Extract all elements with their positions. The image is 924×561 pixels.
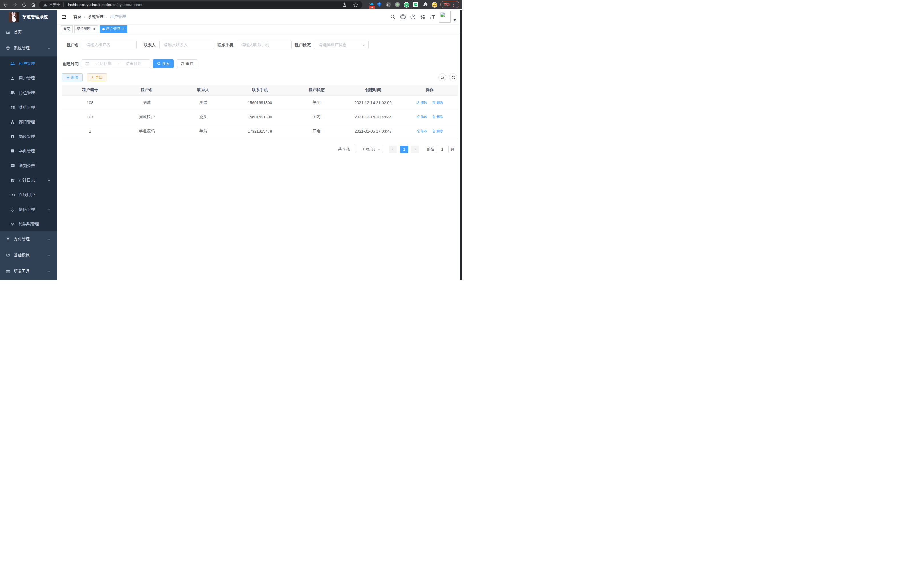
extension-yuque-icon[interactable] — [404, 2, 410, 8]
avatar-caret-down-icon[interactable] — [453, 19, 457, 21]
plus-icon — [66, 76, 70, 79]
col-contact: 联系人 — [175, 85, 231, 96]
page-size-value: 10条/页 — [363, 147, 375, 152]
share-icon[interactable] — [342, 2, 347, 7]
toolbox-icon — [6, 269, 10, 274]
extension-emoji-icon[interactable] — [432, 2, 437, 8]
menu-tree-icon — [10, 105, 15, 110]
tenant-table: 租户编号 租户名 联系人 联系手机 租户状态 创建时间 操作 108 测试 测试 — [62, 85, 458, 139]
date-end-placeholder[interactable]: 结束日期 — [120, 61, 147, 66]
cell-tenant-id: 108 — [62, 96, 118, 110]
cell-actions: 修改 删除 — [401, 124, 458, 138]
delete-link[interactable]: 删除 — [432, 114, 443, 119]
sidebar-logo[interactable]: 芋道管理系统 — [0, 10, 57, 24]
tab-dept[interactable]: 部门管理 — [74, 26, 98, 33]
table-search-toggle-button[interactable] — [438, 74, 446, 81]
tab-close-icon[interactable] — [122, 27, 125, 31]
sidebar-item-dict[interactable]: 字典管理 — [0, 144, 57, 158]
edit-link[interactable]: 修改 — [416, 129, 428, 134]
sidebar-item-label: 用户管理 — [19, 76, 35, 81]
logo-rabbit-image — [9, 12, 19, 22]
update-label: 更新 — [443, 2, 451, 7]
not-secure-label: 不安全 — [49, 2, 60, 8]
browser-update-button[interactable]: 更新 — [440, 1, 459, 8]
breadcrumb-home[interactable]: 首页 — [74, 14, 81, 20]
extension-command-icon[interactable] — [386, 2, 391, 7]
table-refresh-button[interactable] — [449, 74, 457, 81]
tab-home[interactable]: 首页 — [61, 26, 73, 33]
sidebar-item-audit-log[interactable]: 审计日志 — [0, 173, 57, 188]
breadcrumb-separator: / — [106, 15, 107, 19]
search-button[interactable]: 搜索 — [153, 59, 174, 68]
notice-icon — [10, 164, 15, 168]
next-page-button[interactable] — [411, 146, 419, 153]
delete-link[interactable]: 删除 — [432, 100, 443, 105]
browser-reload-icon[interactable] — [22, 2, 27, 7]
tab-close-icon[interactable] — [92, 27, 95, 31]
sidebar-item-notice[interactable]: 通知公告 — [0, 158, 57, 173]
sidebar-item-pay[interactable]: 支付管理 — [0, 231, 57, 247]
date-start-placeholder[interactable]: 开始日期 — [90, 61, 117, 66]
help-icon[interactable] — [410, 14, 416, 20]
sidebar-item-error-code[interactable]: 错误码管理 — [0, 217, 57, 231]
edit-link-label: 修改 — [421, 114, 428, 119]
edit-link[interactable]: 修改 — [416, 114, 428, 119]
created-date-range[interactable]: 开始日期 - 结束日期 — [82, 59, 150, 68]
select-chevron-down-icon — [377, 148, 381, 151]
sidebar-item-user[interactable]: 用户管理 — [0, 71, 57, 86]
font-size-icon[interactable] — [429, 14, 435, 20]
extension-chat-icon[interactable] — [413, 2, 418, 7]
extensions-puzzle-icon[interactable] — [423, 2, 428, 7]
delete-link[interactable]: 删除 — [432, 129, 443, 134]
user-avatar[interactable] — [439, 11, 451, 23]
filter-label-contact: 联系人 — [123, 41, 156, 49]
sidebar-item-home[interactable]: 首页 — [0, 24, 57, 40]
sidebar-item-menu[interactable]: 菜单管理 — [0, 100, 57, 115]
prev-page-button[interactable] — [389, 146, 397, 153]
goto-page-input[interactable] — [436, 146, 448, 153]
extension-record-icon[interactable] — [395, 2, 400, 7]
browser-forward-icon[interactable] — [12, 2, 17, 7]
sidebar-item-post[interactable]: 岗位管理 — [0, 129, 57, 144]
sidebar-item-label: 审计日志 — [19, 178, 35, 183]
code-icon — [10, 222, 15, 226]
sidebar-item-online-user[interactable]: 在线用户 — [0, 188, 57, 202]
fullscreen-icon[interactable] — [420, 14, 425, 20]
sidebar-item-tenant[interactable]: 租户管理 — [0, 56, 57, 71]
browser-menu-icon[interactable] — [453, 3, 454, 7]
add-button[interactable]: 新增 — [62, 74, 82, 81]
sidebar-item-label: 首页 — [14, 30, 22, 35]
tab-tenant[interactable]: 租户管理 — [100, 26, 128, 33]
address-bar[interactable]: 不安全 dashboard.yudao.iocoder.cn/system/te… — [39, 1, 362, 9]
tab-label: 部门管理 — [77, 27, 91, 32]
sidebar-item-system[interactable]: 系统管理 — [0, 40, 57, 56]
breadcrumb-parent[interactable]: 系统管理 — [88, 14, 104, 20]
browser-back-icon[interactable] — [3, 2, 8, 7]
sidebar-toggle-icon[interactable] — [62, 14, 67, 20]
broken-image-icon — [440, 12, 445, 17]
bookmark-star-icon[interactable] — [353, 2, 358, 8]
table-row: 107 测试租户 秃头 15601691300 关闭 2021-12-14 20… — [62, 110, 458, 124]
sidebar-item-label: 角色管理 — [19, 90, 35, 96]
download-icon — [91, 76, 94, 79]
current-page-button[interactable]: 1 — [400, 146, 408, 153]
status-select[interactable]: 请选择租户状态 — [314, 41, 369, 49]
cell-actions: 修改 删除 — [401, 96, 458, 110]
user-icon — [10, 76, 15, 81]
sidebar-item-infra[interactable]: 基础设施 — [0, 247, 57, 263]
edit-link[interactable]: 修改 — [416, 100, 428, 105]
export-button[interactable]: 导出 — [87, 74, 107, 81]
sidebar-item-sms[interactable]: 短信管理 — [0, 202, 57, 217]
tab-label: 首页 — [63, 27, 70, 32]
sidebar-item-role[interactable]: 角色管理 — [0, 86, 57, 100]
github-icon[interactable] — [400, 14, 406, 20]
browser-home-icon[interactable] — [31, 2, 36, 7]
page-size-select[interactable]: 10条/页 — [355, 146, 383, 153]
sidebar-item-devtools[interactable]: 研发工具 — [0, 263, 57, 279]
extension-parachute-icon[interactable] — [376, 2, 382, 8]
header-search-icon[interactable] — [390, 14, 395, 20]
reset-button[interactable]: 重置 — [177, 59, 197, 68]
sidebar-item-dept[interactable]: 部门管理 — [0, 115, 57, 129]
filter-label-status: 租户状态 — [257, 41, 310, 49]
delete-trash-icon — [432, 129, 435, 133]
